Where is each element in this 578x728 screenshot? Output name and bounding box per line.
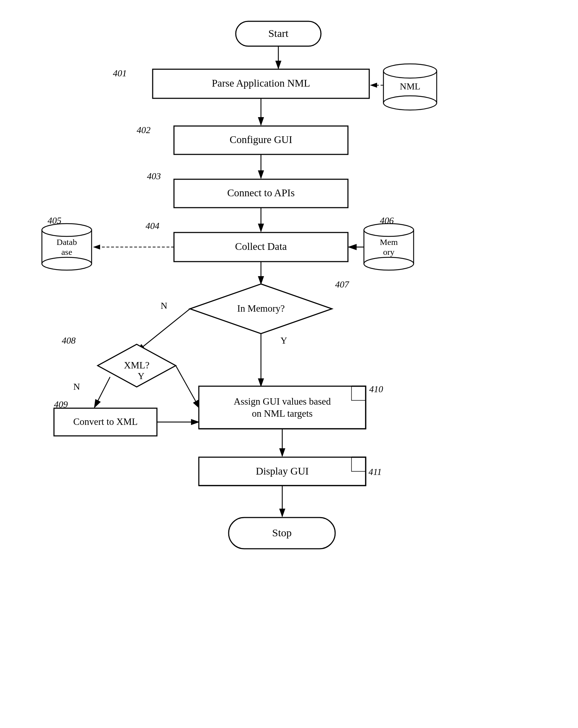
svg-text:Y: Y bbox=[138, 371, 144, 381]
svg-text:Y: Y bbox=[280, 335, 287, 346]
svg-text:404: 404 bbox=[146, 221, 159, 231]
svg-text:Mem: Mem bbox=[380, 237, 398, 247]
svg-rect-2 bbox=[236, 21, 321, 46]
svg-point-26 bbox=[42, 224, 92, 236]
svg-point-27 bbox=[42, 257, 92, 270]
svg-text:411: 411 bbox=[369, 467, 382, 477]
svg-rect-5 bbox=[153, 69, 369, 98]
flowchart-diagram: Start Parse Application NML NML 401 Conf… bbox=[0, 0, 578, 728]
svg-rect-22 bbox=[174, 232, 348, 262]
svg-text:Assign GUI values based: Assign GUI values based bbox=[234, 396, 331, 407]
svg-text:407: 407 bbox=[335, 279, 349, 290]
svg-text:Collect Data: Collect Data bbox=[235, 241, 287, 252]
svg-rect-67 bbox=[229, 518, 335, 549]
svg-text:Display GUI: Display GUI bbox=[256, 465, 309, 477]
svg-rect-32 bbox=[364, 230, 414, 264]
svg-rect-18 bbox=[174, 179, 348, 208]
svg-text:410: 410 bbox=[369, 384, 383, 394]
svg-rect-14 bbox=[174, 126, 348, 154]
svg-point-34 bbox=[364, 257, 414, 270]
svg-marker-40 bbox=[190, 284, 332, 334]
svg-rect-54 bbox=[54, 408, 157, 436]
svg-text:XML?: XML? bbox=[124, 360, 149, 371]
svg-text:402: 402 bbox=[137, 125, 151, 135]
svg-point-8 bbox=[383, 64, 437, 78]
svg-point-33 bbox=[364, 224, 414, 236]
diagram-svg: Start Parse Application NML NML 401 Conf… bbox=[0, 0, 578, 728]
svg-text:Connect to APIs: Connect to APIs bbox=[227, 187, 295, 198]
svg-text:Stop: Stop bbox=[272, 527, 291, 538]
svg-text:Convert to XML: Convert to XML bbox=[73, 416, 138, 427]
svg-text:Start: Start bbox=[268, 27, 289, 39]
svg-line-53 bbox=[176, 366, 200, 408]
svg-rect-7 bbox=[383, 71, 437, 103]
svg-text:N: N bbox=[161, 301, 168, 311]
svg-text:408: 408 bbox=[62, 335, 76, 346]
svg-point-9 bbox=[383, 96, 437, 110]
svg-text:In Memory?: In Memory? bbox=[237, 303, 285, 314]
svg-text:on NML targets: on NML targets bbox=[252, 408, 313, 419]
svg-text:N: N bbox=[73, 382, 80, 392]
svg-marker-47 bbox=[98, 344, 176, 387]
svg-text:405: 405 bbox=[48, 215, 61, 226]
svg-rect-25 bbox=[42, 230, 92, 264]
svg-text:Datab: Datab bbox=[56, 237, 77, 247]
svg-text:406: 406 bbox=[380, 215, 394, 226]
svg-text:401: 401 bbox=[113, 68, 127, 78]
svg-text:Configure GUI: Configure GUI bbox=[230, 134, 292, 145]
svg-text:409: 409 bbox=[54, 399, 68, 410]
svg-text:NML: NML bbox=[400, 81, 420, 92]
svg-text:Parse Application NML: Parse Application NML bbox=[212, 77, 310, 89]
svg-line-52 bbox=[94, 377, 110, 407]
svg-rect-58 bbox=[199, 386, 366, 429]
svg-text:ory: ory bbox=[383, 247, 394, 257]
svg-text:403: 403 bbox=[147, 171, 161, 181]
svg-rect-63 bbox=[199, 457, 366, 486]
svg-text:ase: ase bbox=[61, 247, 72, 257]
svg-line-44 bbox=[137, 309, 190, 351]
